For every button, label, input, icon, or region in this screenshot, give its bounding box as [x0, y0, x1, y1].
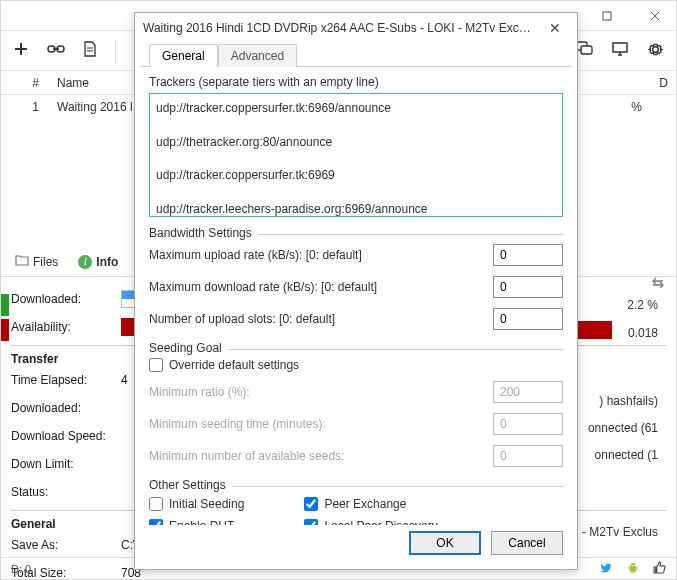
min-seeds-input — [493, 445, 563, 467]
seeding-title: Seeding Goal — [149, 341, 228, 355]
bandwidth-group: Bandwidth Settings Maximum upload rate (… — [149, 234, 563, 335]
override-checkbox[interactable] — [149, 358, 163, 372]
tab-general[interactable]: General — [149, 44, 218, 67]
dialog-footer: OK Cancel — [135, 525, 577, 569]
seeding-group: Seeding Goal Override default settings M… — [149, 349, 563, 472]
right-values2: ) hashfails) onnected (61 onnected (1 - … — [582, 361, 658, 546]
save-as-label: Save As: — [11, 538, 121, 552]
dialog-tabs: General Advanced — [141, 43, 571, 67]
col-d-header[interactable]: D — [626, 76, 676, 90]
right-values: 2.2 % 0.018 — [627, 291, 658, 347]
file-icon[interactable] — [83, 41, 97, 60]
dlimit-label: Down Limit: — [11, 457, 121, 471]
other-group: Other Settings Initial Seeding Enable DH… — [149, 486, 563, 525]
info-icon: i — [78, 255, 92, 269]
dialog-titlebar[interactable]: Waiting 2016 Hindi 1CD DVDRip x264 AAC E… — [135, 13, 577, 43]
monitor-icon[interactable] — [611, 41, 629, 60]
initial-seeding-checkbox[interactable] — [149, 497, 163, 511]
max-up-input[interactable] — [493, 244, 563, 266]
tab-info[interactable]: i Info — [70, 251, 126, 273]
android-icon[interactable] — [627, 561, 639, 577]
dialog-body: Trackers (separate tiers with an empty l… — [135, 67, 577, 525]
row-pct: % — [631, 100, 642, 114]
svg-rect-1 — [603, 12, 611, 20]
add-icon[interactable] — [13, 41, 29, 60]
link-icon[interactable] — [47, 43, 65, 58]
min-time-label: Minimum seeding time (minutes): — [149, 417, 326, 431]
dialog-title: Waiting 2016 Hindi 1CD DVDRip x264 AAC E… — [143, 21, 541, 35]
properties-dialog: Waiting 2016 Hindi 1CD DVDRip x264 AAC E… — [134, 12, 578, 570]
gear-icon[interactable] — [647, 41, 664, 61]
close-button[interactable] — [638, 5, 672, 27]
time-elapsed-label: Time Elapsed: — [11, 373, 121, 387]
local-peer-checkbox[interactable] — [304, 519, 318, 525]
dialog-close-button[interactable]: ✕ — [541, 20, 569, 36]
min-time-input — [493, 413, 563, 435]
twitter-icon[interactable] — [599, 562, 613, 576]
override-label: Override default settings — [169, 358, 299, 372]
availability-label: Availability: — [11, 320, 121, 334]
svg-rect-13 — [613, 43, 627, 52]
folder-icon — [15, 254, 29, 269]
max-up-label: Maximum upload rate (kB/s): [0: default] — [149, 248, 362, 262]
slots-label: Number of upload slots: [0: default] — [149, 312, 335, 326]
downloaded-label: Downloaded: — [11, 292, 121, 306]
trackers-textarea[interactable] — [149, 93, 563, 217]
thumb-icon[interactable] — [653, 561, 666, 576]
max-down-label: Maximum download rate (kB/s): [0: defaul… — [149, 280, 377, 294]
max-down-input[interactable] — [493, 276, 563, 298]
min-seeds-label: Minimum number of available seeds: — [149, 449, 344, 463]
trackers-label: Trackers (separate tiers with an empty l… — [149, 75, 563, 89]
downloaded2-label: Downloaded: — [11, 401, 121, 415]
svg-rect-12 — [581, 46, 592, 54]
footer-d: D: 0 — [11, 563, 31, 575]
col-num-header[interactable]: # — [1, 76, 49, 90]
dspeed-label: Download Speed: — [11, 429, 121, 443]
peer-exchange-checkbox[interactable] — [304, 497, 318, 511]
min-ratio-label: Minimum ratio (%): — [149, 385, 250, 399]
enable-dht-checkbox[interactable] — [149, 519, 163, 525]
maximize-button[interactable] — [590, 5, 624, 27]
status-label: Status: — [11, 485, 121, 499]
bandwidth-title: Bandwidth Settings — [149, 226, 258, 240]
avail-edge — [1, 319, 9, 341]
other-title: Other Settings — [149, 478, 232, 492]
progress-edge — [1, 294, 9, 316]
min-ratio-input — [493, 381, 563, 403]
tab-files[interactable]: Files — [7, 250, 66, 273]
toolbar-separator — [115, 40, 116, 62]
ok-button[interactable]: OK — [409, 531, 481, 555]
tab-advanced[interactable]: Advanced — [218, 44, 297, 67]
cancel-button[interactable]: Cancel — [491, 531, 563, 555]
main-window: # Name D 1 Waiting 2016 l % Files i Info… — [0, 0, 677, 580]
slots-input[interactable] — [493, 308, 563, 330]
row-num: 1 — [1, 100, 49, 114]
avail-bar-right — [574, 321, 612, 339]
